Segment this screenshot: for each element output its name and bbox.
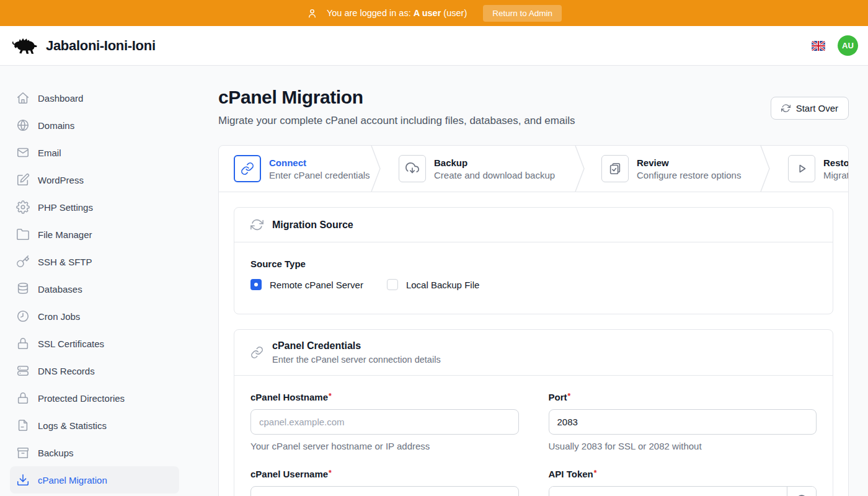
- start-over-button[interactable]: Start Over: [771, 97, 849, 120]
- sidebar-item-label: Cron Jobs: [38, 311, 80, 322]
- cpanel-credentials-subtitle: Enter the cPanel server connection detai…: [272, 355, 441, 365]
- cloud-download-icon: [405, 162, 419, 175]
- radio-label: Remote cPanel Server: [270, 280, 363, 290]
- sidebar-item-label: DNS Records: [38, 366, 95, 376]
- globe-icon: [16, 118, 30, 132]
- mail-icon: [16, 146, 30, 159]
- port-input[interactable]: [549, 409, 817, 435]
- hostname-input[interactable]: [250, 409, 519, 435]
- step-icon-box: [788, 155, 815, 182]
- sidebar-item-label: cPanel Migration: [38, 475, 107, 485]
- step-connect[interactable]: Connect Enter cPanel credentials: [234, 155, 371, 182]
- step-subtitle: Configure restore options: [637, 170, 741, 180]
- sidebar-item-domains[interactable]: Domains: [10, 112, 179, 139]
- api-token-input[interactable]: [549, 487, 787, 496]
- toggle-password-visibility-button[interactable]: [787, 487, 816, 496]
- sidebar-item-databases[interactable]: Databases: [10, 275, 179, 303]
- label-text: cPanel Username: [250, 469, 328, 479]
- sidebar-item-cpanel-migration[interactable]: cPanel Migration: [10, 466, 179, 494]
- home-icon: [16, 91, 30, 105]
- boar-logo-icon: [10, 35, 40, 57]
- username-field-group: cPanel Username*: [250, 469, 519, 496]
- hostname-helper: Your cPanel server hostname or IP addres…: [250, 441, 519, 451]
- label-text: API Token: [549, 469, 593, 479]
- sidebar-item-dashboard[interactable]: Dashboard: [10, 84, 179, 112]
- step-separator: [371, 146, 381, 192]
- radio-unselected-indicator[interactable]: [387, 279, 398, 290]
- brand: Jabaloni-Ioni-Ioni: [10, 35, 156, 57]
- edit-icon: [16, 173, 30, 187]
- eye-icon: [795, 493, 808, 496]
- logged-in-username: A user: [414, 8, 441, 18]
- step-icon-box: [399, 155, 426, 182]
- sidebar-item-wordpress[interactable]: WordPress: [10, 166, 179, 193]
- sidebar-item-email[interactable]: Email: [10, 139, 179, 166]
- cpanel-credentials-title: cPanel Credentials: [272, 340, 441, 352]
- step-title: Backup: [434, 157, 555, 168]
- sidebar-item-ssl-certificates[interactable]: SSL Certificates: [10, 330, 179, 357]
- step-icon-box: [234, 155, 261, 182]
- required-asterisk: *: [329, 469, 332, 477]
- app-header: Jabaloni-Ioni-Ioni AU: [0, 26, 868, 66]
- archive-icon: [16, 446, 30, 459]
- sidebar-item-label: Domains: [38, 120, 74, 131]
- database-icon: [16, 282, 30, 296]
- link-icon: [241, 162, 254, 175]
- step-restore[interactable]: Restore Migration progress: [770, 155, 849, 182]
- step-review[interactable]: Review Configure restore options: [585, 155, 760, 182]
- sidebar-item-protected-directories[interactable]: Protected Directories: [10, 384, 179, 412]
- required-asterisk: *: [329, 392, 332, 401]
- gear-icon: [16, 200, 30, 214]
- lock-icon: [16, 391, 30, 405]
- step-title: Restore: [823, 157, 849, 168]
- logged-in-role: (user): [443, 8, 467, 18]
- avatar[interactable]: AU: [838, 35, 858, 56]
- step-separator: [575, 146, 585, 192]
- hostname-label: cPanel Hostname*: [250, 392, 519, 402]
- download-icon: [16, 473, 30, 487]
- migration-source-header: Migration Source: [234, 208, 833, 242]
- file-text-icon: [16, 418, 30, 432]
- sidebar-item-label: WordPress: [38, 175, 84, 185]
- sidebar-item-file-manager[interactable]: File Manager: [10, 221, 179, 248]
- sidebar-item-label: Logs & Statistics: [38, 420, 107, 431]
- start-over-label: Start Over: [796, 103, 838, 113]
- play-icon: [795, 162, 808, 175]
- hostname-field-group: cPanel Hostname* Your cPanel server host…: [250, 392, 519, 451]
- lock-icon: [16, 337, 30, 350]
- step-subtitle: Migration progress: [823, 170, 849, 180]
- clock-icon: [16, 309, 30, 323]
- page-header: cPanel Migration Migrate your complete c…: [218, 87, 849, 127]
- sidebar-item-label: SSL Certificates: [38, 339, 104, 349]
- sidebar-item-ssh-sftp[interactable]: SSH & SFTP: [10, 248, 179, 275]
- link-icon: [250, 346, 264, 359]
- port-field-group: Port* Usually 2083 for SSL or 2082 witho…: [549, 392, 817, 451]
- radio-remote-cpanel-server[interactable]: Remote cPanel Server: [250, 279, 363, 290]
- source-type-label: Source Type: [250, 259, 817, 269]
- sidebar-item-backups[interactable]: Backups: [10, 439, 179, 466]
- sidebar-item-logs-statistics[interactable]: Logs & Statistics: [10, 412, 179, 439]
- step-title: Connect: [269, 157, 370, 168]
- return-to-admin-button[interactable]: Return to Admin: [483, 5, 562, 22]
- impersonation-bar: You are logged in as: A user (user) Retu…: [0, 0, 868, 26]
- sidebar-item-label: PHP Settings: [38, 202, 93, 213]
- migration-wizard-card: Connect Enter cPanel credentials Backup …: [218, 145, 849, 496]
- sidebar-item-dns-records[interactable]: DNS Records: [10, 357, 179, 384]
- sidebar-item-cron-jobs[interactable]: Cron Jobs: [10, 303, 179, 330]
- radio-local-backup-file[interactable]: Local Backup File: [387, 279, 479, 290]
- sidebar-item-label: Email: [38, 148, 61, 158]
- folder-icon: [16, 228, 30, 241]
- migration-source-title: Migration Source: [272, 219, 353, 231]
- radio-label: Local Backup File: [406, 280, 479, 290]
- uk-flag-icon[interactable]: [812, 41, 825, 51]
- site-title: Jabaloni-Ioni-Ioni: [46, 38, 156, 54]
- page-subtitle: Migrate your complete cPanel account inc…: [218, 115, 575, 127]
- main-content: cPanel Migration Migrate your complete c…: [189, 66, 868, 496]
- step-backup[interactable]: Backup Create and download backup: [381, 155, 575, 182]
- source-type-options: Remote cPanel Server Local Backup File: [250, 279, 817, 290]
- radio-selected-indicator[interactable]: [250, 279, 262, 290]
- sidebar-item-php-settings[interactable]: PHP Settings: [10, 193, 179, 221]
- username-input[interactable]: [250, 486, 519, 496]
- migration-source-card: Migration Source Source Type Remote cPan…: [234, 207, 833, 314]
- sidebar-item-label: Databases: [38, 284, 82, 294]
